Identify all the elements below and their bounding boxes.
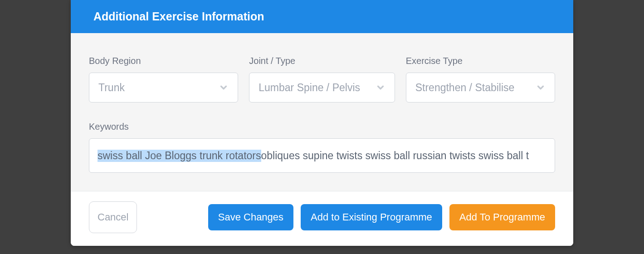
modal-footer: Cancel Save Changes Add to Existing Prog… bbox=[71, 191, 573, 246]
chevron-down-icon bbox=[376, 83, 385, 93]
joint-type-select[interactable]: Lumbar Spine / Pelvis bbox=[249, 73, 395, 103]
keywords-group: Keywords swiss ball Joe Bloggs trunk rot… bbox=[89, 122, 555, 173]
keywords-label: Keywords bbox=[89, 122, 555, 132]
exercise-type-group: Exercise Type Strengthen / Stabilise bbox=[406, 56, 555, 103]
exercise-type-select[interactable]: Strengthen / Stabilise bbox=[406, 73, 555, 103]
add-to-programme-button[interactable]: Add To Programme bbox=[449, 204, 555, 230]
body-region-label: Body Region bbox=[89, 56, 238, 66]
save-changes-button[interactable]: Save Changes bbox=[208, 204, 293, 230]
keywords-rest-text: obliques supine twists swiss ball russia… bbox=[261, 150, 529, 162]
cancel-button[interactable]: Cancel bbox=[89, 201, 137, 233]
exercise-type-label: Exercise Type bbox=[406, 56, 555, 66]
body-region-group: Body Region Trunk bbox=[89, 56, 238, 103]
modal-title: Additional Exercise Information bbox=[93, 10, 264, 23]
add-existing-programme-button[interactable]: Add to Existing Programme bbox=[301, 204, 442, 230]
modal-body: Body Region Trunk Joint / Type Lumbar Sp… bbox=[71, 33, 573, 191]
chevron-down-icon bbox=[536, 83, 546, 93]
keywords-selected-text: swiss ball Joe Bloggs trunk rotators bbox=[98, 150, 261, 162]
exercise-type-value: Strengthen / Stabilise bbox=[415, 82, 536, 94]
chevron-down-icon bbox=[219, 83, 229, 93]
body-region-select[interactable]: Trunk bbox=[89, 73, 238, 103]
modal-dialog: Additional Exercise Information Body Reg… bbox=[71, 0, 573, 246]
form-row-selects: Body Region Trunk Joint / Type Lumbar Sp… bbox=[89, 56, 555, 103]
modal-header: Additional Exercise Information bbox=[71, 0, 573, 33]
joint-type-label: Joint / Type bbox=[249, 56, 395, 66]
joint-type-group: Joint / Type Lumbar Spine / Pelvis bbox=[249, 56, 395, 103]
body-region-value: Trunk bbox=[98, 82, 219, 94]
joint-type-value: Lumbar Spine / Pelvis bbox=[259, 82, 375, 94]
keywords-input[interactable]: swiss ball Joe Bloggs trunk rotators obl… bbox=[89, 138, 555, 173]
